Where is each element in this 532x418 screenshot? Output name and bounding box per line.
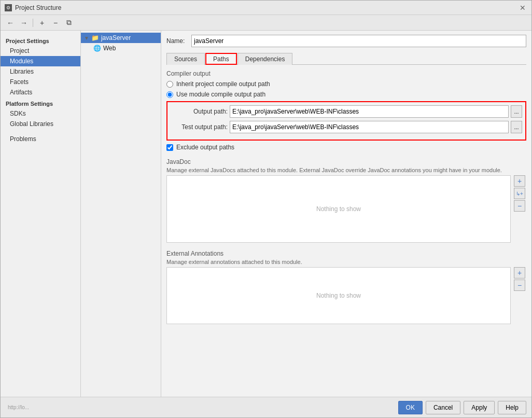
remove-button[interactable]: − [50,17,61,29]
radio-row-use: Use module compile output path [166,91,526,98]
exclude-checkbox-row: Exclude output paths [166,144,526,151]
javadoc-description: Manage external JavaDocs attached to thi… [166,167,526,173]
module-tree: ▼ 📁 javaServer 🌐 Web [81,31,161,397]
radio-inherit-label: Inherit project compile output path [176,80,270,88]
url-bar: http://lo... [8,405,29,410]
ext-annotations-title: External Annotations [166,250,526,257]
project-settings-header: Project Settings [1,35,80,46]
javadoc-nothing-to-show: Nothing to show [316,205,361,213]
name-row: Name: [166,35,526,47]
output-path-row: Output path: ... [171,105,522,118]
ext-annotations-description: Manage external annotations attached to … [166,259,526,265]
javadoc-side-buttons: + ↳+ − [514,175,525,212]
window-title: Project Structure [15,4,515,11]
javadoc-area: Nothing to show [166,175,511,243]
toolbar: ← → + − ⧉ [1,15,531,31]
exclude-checkbox[interactable] [166,144,173,151]
javadoc-add-module-button[interactable]: ↳+ [514,188,525,199]
tab-dependencies[interactable]: Dependencies [237,53,293,65]
javadoc-section: JavaDoc Manage external JavaDocs attache… [166,158,526,243]
apply-button[interactable]: Apply [464,401,495,414]
close-button[interactable]: ✕ [518,3,527,12]
main-content: Project Settings Project Modules Librari… [1,31,531,397]
mid-content: ▼ 📁 javaServer 🌐 Web Name: Sourc [81,31,531,397]
bottom-bar: http://lo... OK Cancel Apply Help [1,397,531,417]
javadoc-add-button[interactable]: + [514,175,525,187]
exclude-checkbox-label: Exclude output paths [176,144,234,151]
radio-inherit[interactable] [166,81,173,88]
project-structure-window: ⚙ Project Structure ✕ ← → + − ⧉ Project … [0,0,532,418]
name-label: Name: [166,37,187,45]
problems-header [1,129,80,134]
paths-highlight: Output path: ... Test output path: ... [166,101,526,141]
forward-button[interactable]: → [18,17,30,29]
back-button[interactable]: ← [5,17,16,29]
titlebar: ⚙ Project Structure ✕ [1,1,531,15]
tree-arrow: ▼ [84,35,89,41]
sidebar-item-libraries[interactable]: Libraries [1,66,80,77]
sidebar-item-artifacts[interactable]: Artifacts [1,87,80,97]
compiler-output-title: Compiler output [166,70,526,77]
radio-use-module-label: Use module compile output path [176,91,265,98]
name-input[interactable] [191,35,526,47]
radio-group: Inherit project compile output path Use … [166,80,526,98]
output-path-input[interactable] [230,105,509,118]
output-path-browse-btn[interactable]: ... [511,105,522,118]
sidebar-item-sdks[interactable]: SDKs [1,108,80,119]
ext-annotations-side-buttons: + − [514,267,525,291]
tree-label-javaserver: javaServer [101,34,131,41]
help-button[interactable]: Help [498,401,526,414]
test-output-path-label: Test output path: [171,123,228,131]
test-output-path-browse-btn[interactable]: ... [511,121,522,133]
test-output-path-row: Test output path: ... [171,121,522,133]
radio-row-inherit: Inherit project compile output path [166,80,526,88]
ext-annotations-area: Nothing to show [166,267,511,324]
tree-node-javaserver[interactable]: ▼ 📁 javaServer [81,33,161,43]
ext-annotations-nothing-to-show: Nothing to show [316,292,361,299]
sidebar-item-facets[interactable]: Facets [1,77,80,87]
folder-icon: 📁 [91,34,99,41]
sidebar-item-problems[interactable]: Problems [1,134,80,144]
javadoc-remove-button[interactable]: − [514,200,525,212]
web-icon: 🌐 [93,45,101,52]
tree-node-web[interactable]: 🌐 Web [81,43,161,53]
output-path-label: Output path: [171,108,228,115]
tab-sources[interactable]: Sources [166,53,205,65]
add-button[interactable]: + [36,17,48,29]
ext-annotations-add-button[interactable]: + [514,267,525,278]
radio-use-module[interactable] [166,91,173,98]
sidebar-item-project[interactable]: Project [1,46,80,56]
module-tabs: Sources Paths Dependencies [166,52,526,65]
toolbar-separator [33,19,33,27]
platform-settings-header: Platform Settings [1,97,80,108]
test-output-path-input[interactable] [230,121,509,133]
tab-paths[interactable]: Paths [205,53,237,65]
tree-label-web: Web [103,45,116,52]
copy-button[interactable]: ⧉ [63,17,75,29]
sidebar-item-modules[interactable]: Modules [1,56,80,66]
cancel-button[interactable]: Cancel [426,401,460,414]
sidebar-item-global-libraries[interactable]: Global Libraries [1,119,80,129]
external-annotations-section: External Annotations Manage external ann… [166,250,526,324]
javadoc-title: JavaDoc [166,158,526,165]
sidebar: Project Settings Project Modules Librari… [1,31,81,397]
ok-button[interactable]: OK [398,401,423,414]
right-panel: Name: Sources Paths Dependencies Compile… [161,31,531,397]
ext-annotations-remove-button[interactable]: − [514,280,525,291]
window-icon: ⚙ [5,4,12,11]
compiler-output-section: Compiler output Inherit project compile … [166,70,526,151]
